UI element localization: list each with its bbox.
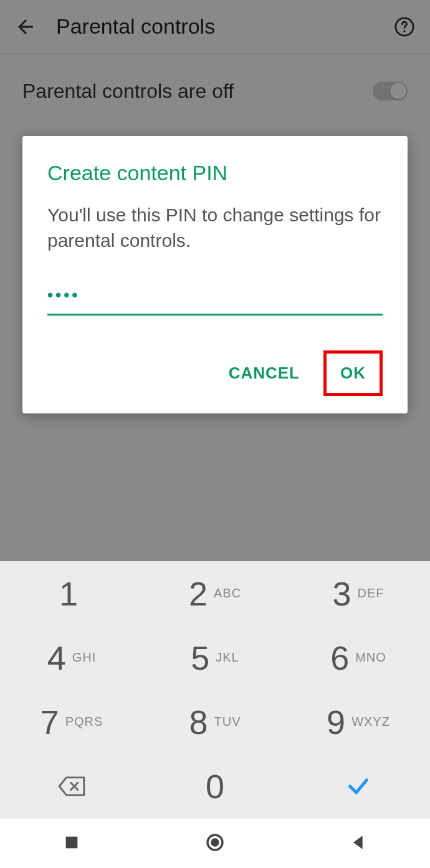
key-5[interactable]: 5JKL	[143, 625, 287, 690]
nav-home-button[interactable]	[205, 832, 225, 855]
key-1[interactable]: 1	[0, 561, 143, 625]
ok-button-highlight: OK	[323, 350, 383, 396]
app-topbar: Parental controls	[0, 0, 430, 54]
key-9[interactable]: 9WXYZ	[287, 690, 430, 754]
nav-recent-button[interactable]	[62, 832, 82, 855]
create-pin-dialog: Create content PIN You'll use this PIN t…	[22, 136, 408, 413]
key-8[interactable]: 8TUV	[143, 690, 287, 754]
cancel-button[interactable]: CANCEL	[220, 354, 308, 393]
dialog-actions: CANCEL OK	[47, 350, 383, 396]
ok-button[interactable]: OK	[329, 356, 377, 390]
backspace-icon	[57, 776, 86, 797]
key-3[interactable]: 3DEF	[287, 561, 430, 625]
svg-rect-2	[66, 836, 78, 848]
triangle-left-icon	[348, 832, 368, 852]
parental-toggle-row[interactable]: Parental controls are off	[22, 54, 408, 128]
svg-point-1	[403, 30, 405, 32]
svg-point-4	[211, 838, 219, 846]
circle-icon	[205, 832, 225, 852]
square-icon	[62, 832, 82, 852]
key-6[interactable]: 6MNO	[287, 625, 430, 690]
dialog-title: Create content PIN	[47, 161, 383, 185]
dialog-body: You'll use this PIN to change settings f…	[47, 203, 383, 253]
numeric-keypad: 1 2ABC 3DEF 4GHI 5JKL 6MNO 7PQRS 8TUV 9W…	[0, 561, 430, 818]
parental-toggle-label: Parental controls are off	[22, 80, 373, 103]
parental-toggle-switch[interactable]	[373, 82, 408, 100]
key-0[interactable]: 0	[143, 754, 287, 818]
check-icon	[346, 774, 371, 799]
back-button[interactable]	[12, 14, 39, 40]
pin-input[interactable]: ••••	[47, 282, 383, 316]
key-confirm[interactable]	[287, 754, 430, 818]
key-backspace[interactable]	[0, 754, 143, 818]
help-button[interactable]	[391, 14, 418, 40]
nav-back-button[interactable]	[348, 832, 368, 855]
key-4[interactable]: 4GHI	[0, 625, 143, 690]
key-7[interactable]: 7PQRS	[0, 690, 143, 754]
system-navbar	[0, 818, 430, 868]
key-2[interactable]: 2ABC	[143, 561, 287, 625]
arrow-left-icon	[14, 16, 37, 38]
help-circle-icon	[394, 16, 415, 37]
page-title: Parental controls	[56, 14, 391, 39]
